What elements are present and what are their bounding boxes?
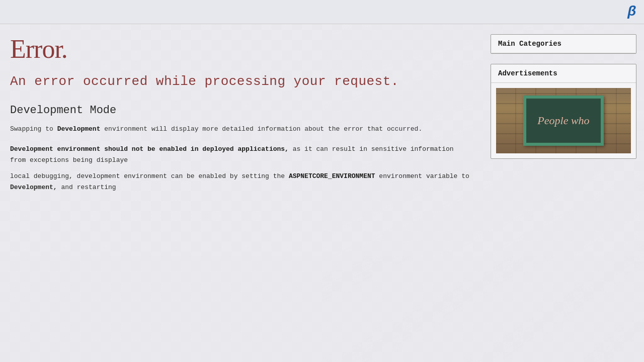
dev-warning-line2-text1: local debugging, development environment…	[10, 172, 285, 180]
dev-description: Swapping to Development environment will…	[10, 124, 473, 135]
page-wrapper: β Error. An error occurred while process…	[0, 0, 644, 362]
content-area: Error. An error occurred while processin…	[0, 34, 483, 352]
dev-desc-text-1: Swapping to	[10, 125, 53, 133]
ad-image: People who	[496, 88, 631, 153]
dev-mode-title: Development Mode	[10, 104, 473, 117]
main-content: Error. An error occurred while processin…	[0, 24, 644, 362]
dev-desc-bold: Development	[57, 125, 101, 133]
dev-desc-text-2: environment will display more detailed i…	[104, 125, 422, 133]
top-icon: β	[627, 4, 636, 20]
dev-warning-env-var: ASPNETCORE_ENVIRONMENT	[289, 172, 375, 180]
chalkboard: People who	[523, 96, 604, 146]
advertisements-box: Advertisements People who	[491, 64, 636, 159]
main-categories-header[interactable]: Main Categories	[491, 35, 636, 53]
error-subtitle: An error occurred while processing your …	[10, 74, 473, 89]
dev-warning-bold: Development environment should not be en…	[10, 145, 289, 153]
dev-warning-bold2: Development,	[10, 184, 57, 191]
ad-content: People who	[491, 83, 636, 158]
advertisements-header: Advertisements	[491, 64, 636, 83]
main-categories-box: Main Categories	[491, 34, 636, 54]
dev-warning-line2: local debugging, development environment…	[10, 171, 473, 193]
error-title: Error.	[10, 34, 473, 64]
dev-warning-line2-text2: environment variable to	[379, 172, 469, 180]
dev-warning-line2-text3: and restarting	[61, 184, 116, 191]
sidebar: Main Categories Advertisements People wh…	[483, 34, 644, 352]
dev-warning-line1: Development environment should not be en…	[10, 144, 473, 166]
top-bar: β	[0, 0, 644, 24]
chalkboard-text: People who	[537, 114, 589, 128]
